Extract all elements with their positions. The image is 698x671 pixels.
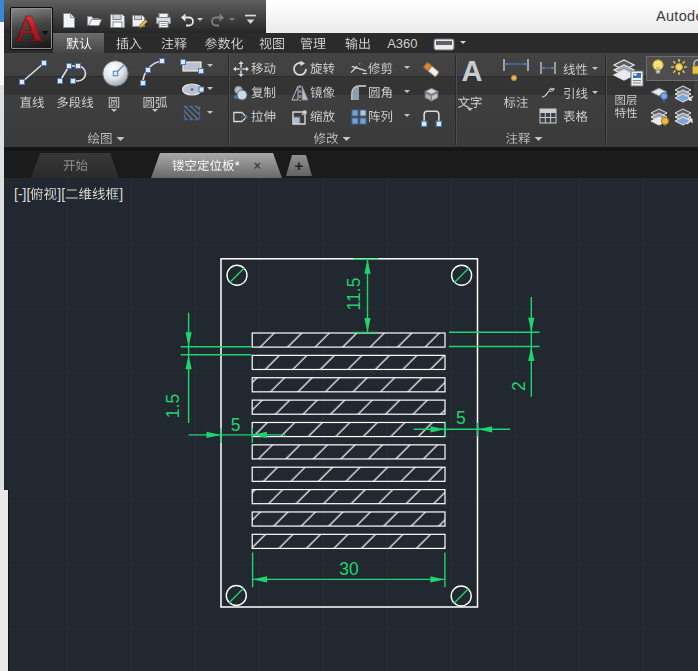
qat-menu-button[interactable] <box>244 12 257 26</box>
move-tool-label[interactable] <box>251 61 276 75</box>
new-file-button[interactable] <box>60 12 77 29</box>
text-icon[interactable]: A <box>457 56 487 86</box>
stretch-icon[interactable] <box>232 108 250 126</box>
array-tool-label[interactable] <box>368 109 393 123</box>
undo-dropdown-icon[interactable] <box>197 18 203 24</box>
line-icon[interactable] <box>16 57 50 87</box>
linear-dim-dropdown-icon[interactable] <box>592 67 598 73</box>
undo-button[interactable] <box>178 12 195 29</box>
circle-tool-label[interactable] <box>108 95 121 109</box>
leader-icon[interactable] <box>539 85 557 99</box>
drawing-canvas[interactable]: 11.521.55530 [-][][] <box>4 178 698 671</box>
panel-title-3[interactable] <box>506 130 543 147</box>
hatched-slot[interactable] <box>252 445 445 459</box>
line-tool-label[interactable] <box>20 95 45 109</box>
explode-icon[interactable] <box>421 83 442 104</box>
ribbon-tab-4[interactable] <box>204 33 243 53</box>
arc-dropdown-icon[interactable] <box>152 109 158 115</box>
dimension-2[interactable]: 2 <box>449 297 540 397</box>
layer-properties-icon[interactable] <box>611 57 645 89</box>
trim-dropdown-icon[interactable] <box>404 66 410 72</box>
fillet-icon[interactable] <box>350 84 368 102</box>
pedit-icon[interactable] <box>421 107 442 128</box>
dimension-tool-label[interactable] <box>503 95 528 109</box>
ribbon-tab-8[interactable]: A360 <box>387 33 417 53</box>
ellipse-icon[interactable] <box>180 82 204 97</box>
ribbon-tab-6[interactable] <box>300 33 326 53</box>
printer-button[interactable] <box>155 12 172 29</box>
layer-move-icon[interactable] <box>673 108 695 126</box>
hatch-icon[interactable] <box>182 104 202 122</box>
circle-dropdown-icon[interactable] <box>111 109 117 115</box>
save-button[interactable] <box>109 12 126 29</box>
array-icon[interactable] <box>350 108 368 126</box>
ribbon-display-dropdown-icon[interactable] <box>460 41 466 47</box>
polyline-tool-label[interactable] <box>56 95 94 109</box>
layer-freeze-icon[interactable] <box>649 108 671 126</box>
file-tab-1[interactable] <box>31 153 119 178</box>
hatched-slot[interactable] <box>252 400 445 414</box>
trim-icon[interactable] <box>350 60 368 78</box>
dimension-1.5[interactable]: 1.5 <box>163 313 252 423</box>
polyline-icon[interactable] <box>55 57 95 87</box>
ribbon-tab-3[interactable] <box>161 33 187 53</box>
dimension-30[interactable]: 30 <box>253 553 445 588</box>
rectangle-icon[interactable] <box>180 59 204 74</box>
mirror-icon[interactable] <box>291 84 309 102</box>
layer-thaw-sun-icon[interactable] <box>670 58 688 76</box>
file-tab-2[interactable]: *× <box>151 153 282 178</box>
mirror-tool-label[interactable] <box>310 85 335 99</box>
circle-icon[interactable] <box>100 58 131 89</box>
stretch-tool-label[interactable] <box>251 109 276 123</box>
layer-lock-icon[interactable] <box>689 58 698 76</box>
redo-dropdown-icon[interactable] <box>229 18 235 24</box>
ribbon-tab-7[interactable] <box>345 33 371 53</box>
dimension-icon[interactable] <box>501 57 531 85</box>
text-dropdown-icon[interactable] <box>467 108 473 114</box>
linear-dim-tool-label[interactable] <box>563 62 588 76</box>
layer-walk-icon[interactable] <box>673 85 695 103</box>
dimension-11.5[interactable]: 11.5 <box>344 259 379 333</box>
copy-tool-label[interactable] <box>251 85 276 99</box>
layer-properties-label-1[interactable] <box>615 93 638 106</box>
save-as-button[interactable] <box>131 12 148 29</box>
panel-title-1[interactable] <box>88 130 125 147</box>
hatched-slot[interactable] <box>252 378 445 392</box>
arc-tool-label[interactable] <box>143 95 168 109</box>
hatched-slot[interactable] <box>252 490 445 504</box>
hatched-slot[interactable] <box>252 534 445 548</box>
hatched-slot[interactable] <box>252 512 445 526</box>
layer-on-bulb-icon[interactable] <box>649 58 667 76</box>
scale-icon[interactable] <box>291 108 309 126</box>
erase-icon[interactable] <box>421 59 442 80</box>
copy-icon[interactable] <box>232 84 250 102</box>
viewport-controls[interactable]: [-][][] <box>14 186 123 202</box>
hatched-slot[interactable] <box>252 355 445 369</box>
ribbon-tab-2[interactable] <box>116 33 142 53</box>
hatched-slot[interactable] <box>252 467 445 481</box>
array-dropdown-icon[interactable] <box>404 114 410 120</box>
text-tool-label[interactable] <box>458 95 483 109</box>
ribbon-tab-5[interactable] <box>259 33 285 53</box>
scale-tool-label[interactable] <box>310 109 335 123</box>
table-tool-label[interactable] <box>563 109 588 123</box>
leader-tool-label[interactable] <box>563 86 588 100</box>
rotate-icon[interactable] <box>291 60 309 78</box>
hatched-slot[interactable] <box>252 333 445 347</box>
ribbon-tab-1[interactable] <box>66 33 92 53</box>
rectangle-dropdown-icon[interactable] <box>207 64 213 70</box>
fillet-tool-label[interactable] <box>368 85 393 99</box>
ellipse-dropdown-icon[interactable] <box>207 87 213 93</box>
redo-button[interactable] <box>210 12 227 29</box>
layer-properties-label-2[interactable] <box>615 106 638 119</box>
trim-tool-label[interactable] <box>368 61 393 75</box>
arc-icon[interactable] <box>138 56 172 88</box>
application-menu-button[interactable]: A <box>10 7 53 50</box>
rotate-tool-label[interactable] <box>310 61 335 75</box>
layer-isolate-icon[interactable] <box>649 85 671 103</box>
fillet-dropdown-icon[interactable] <box>404 90 410 96</box>
ribbon-display-toggle[interactable] <box>433 37 455 50</box>
file-tab-close-icon[interactable]: × <box>254 159 261 173</box>
hatch-dropdown-icon[interactable] <box>207 111 213 117</box>
panel-title-2[interactable] <box>313 130 350 147</box>
